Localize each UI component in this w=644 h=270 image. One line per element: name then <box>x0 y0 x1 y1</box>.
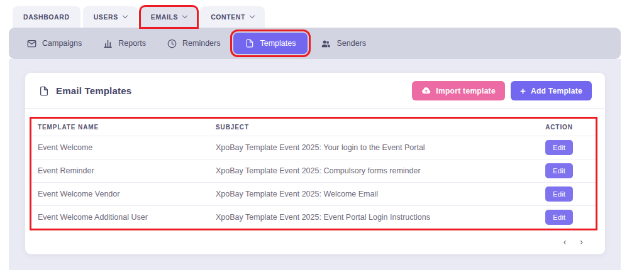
header-actions: Import template + Add Template <box>412 81 592 100</box>
table-row: Event Welcome Additional User XpoBay Tem… <box>31 205 596 229</box>
pagination: ‹ › <box>25 230 605 247</box>
pagination-next-button[interactable]: › <box>579 236 584 247</box>
top-tab-bar: DASHBOARD USERS EMAILS CONTENT <box>9 0 621 28</box>
subnav-label: Templates <box>260 39 296 48</box>
template-name-cell: Event Welcome Additional User <box>38 213 216 222</box>
import-template-button[interactable]: Import template <box>412 81 505 100</box>
button-label: Add Template <box>531 87 582 95</box>
edit-button[interactable]: Edit <box>545 140 573 155</box>
chevron-down-icon <box>250 13 255 18</box>
subnav-label: Reports <box>118 39 146 48</box>
file-icon <box>39 86 49 96</box>
card-title: Email Templates <box>39 85 131 96</box>
cloud-upload-icon <box>421 86 431 95</box>
tab-content[interactable]: CONTENT <box>200 6 265 28</box>
page-title: Email Templates <box>56 85 131 96</box>
file-icon <box>245 39 254 48</box>
edit-button[interactable]: Edit <box>545 163 573 178</box>
tab-label: DASHBOARD <box>23 13 70 21</box>
subnav-item-templates[interactable]: Templates <box>233 33 308 54</box>
tab-label: USERS <box>94 13 118 21</box>
app-container: DASHBOARD USERS EMAILS CONTENT Campaigns… <box>9 0 621 270</box>
column-header-template-name: TEMPLATE NAME <box>38 124 216 131</box>
tab-users[interactable]: USERS <box>83 6 138 28</box>
tab-label: EMAILS <box>151 13 178 21</box>
column-header-action: ACTION <box>529 124 589 131</box>
column-header-subject: SUBJECT <box>216 124 529 131</box>
plus-icon: + <box>520 88 526 94</box>
annotation-box-table: TEMPLATE NAME SUBJECT ACTION Event Welco… <box>30 117 597 230</box>
template-name-cell: Event Welcome Vendor <box>38 190 216 198</box>
email-subnav: Campaigns Reports Reminders Templates Se… <box>9 28 621 59</box>
subject-cell: XpoBay Template Event 2025: Your login t… <box>216 143 529 152</box>
tab-emails[interactable]: EMAILS <box>140 6 197 28</box>
tab-dashboard[interactable]: DASHBOARD <box>13 6 80 28</box>
card-header: Email Templates Import template + Add Te… <box>25 73 605 109</box>
pagination-prev-button[interactable]: ‹ <box>562 236 568 247</box>
users-icon <box>321 39 331 48</box>
clock-icon <box>167 39 177 48</box>
table-header-row: TEMPLATE NAME SUBJECT ACTION <box>31 119 596 136</box>
subject-cell: XpoBay Template Event 2025: Welcome Emai… <box>216 190 529 198</box>
subnav-item-reports[interactable]: Reports <box>95 34 154 53</box>
chevron-down-icon <box>123 13 128 18</box>
main-content-area: Email Templates Import template + Add Te… <box>9 59 621 270</box>
add-template-button[interactable]: + Add Template <box>511 81 592 100</box>
button-label: Import template <box>436 87 496 95</box>
table-row: Event Welcome XpoBay Template Event 2025… <box>31 136 596 159</box>
template-name-cell: Event Reminder <box>38 166 216 175</box>
subject-cell: XpoBay Template Event 2025: Event Portal… <box>216 213 529 222</box>
table-row: Event Reminder XpoBay Template Event 202… <box>31 159 596 182</box>
subnav-item-campaigns[interactable]: Campaigns <box>19 34 90 53</box>
subnav-item-reminders[interactable]: Reminders <box>159 34 228 53</box>
subnav-label: Senders <box>336 39 366 48</box>
edit-button[interactable]: Edit <box>545 210 573 225</box>
email-templates-card: Email Templates Import template + Add Te… <box>25 73 605 254</box>
envelope-icon <box>27 39 36 48</box>
subject-cell: XpoBay Template Event 2025: Compulsory f… <box>216 166 529 175</box>
bar-chart-icon <box>103 39 113 48</box>
table-row: Event Welcome Vendor XpoBay Template Eve… <box>31 182 596 205</box>
tab-label: CONTENT <box>211 13 245 21</box>
subnav-label: Reminders <box>182 39 220 48</box>
edit-button[interactable]: Edit <box>545 186 573 202</box>
subnav-label: Campaigns <box>42 39 82 48</box>
subnav-item-senders[interactable]: Senders <box>313 34 374 53</box>
template-name-cell: Event Welcome <box>38 143 216 152</box>
chevron-down-icon <box>182 13 187 18</box>
